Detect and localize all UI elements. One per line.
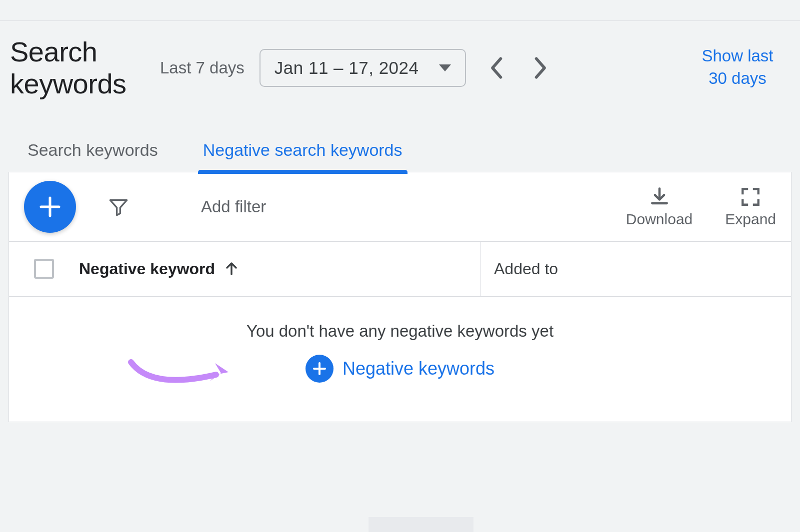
expand-label: Expand — [725, 211, 776, 228]
chevron-right-icon — [534, 56, 548, 80]
select-all-checkbox[interactable] — [34, 259, 54, 279]
add-negative-keywords-button[interactable]: Negative keywords — [306, 355, 494, 383]
table-header-row: Negative keyword Added to — [8, 242, 792, 297]
show-last-30-days-link[interactable]: Show last 30 days — [698, 45, 778, 89]
date-range-picker[interactable]: Jan 11 – 17, 2024 — [260, 49, 466, 87]
expand-button[interactable]: Expand — [725, 185, 776, 228]
filter-icon[interactable] — [108, 197, 128, 217]
empty-state-message: You don't have any negative keywords yet — [246, 322, 554, 341]
column-label: Negative keyword — [79, 260, 215, 278]
add-button[interactable] — [24, 181, 76, 233]
tab-bar: Search keywords Negative search keywords — [0, 131, 800, 172]
date-range-value: Jan 11 – 17, 2024 — [274, 58, 419, 78]
next-period-button[interactable] — [526, 53, 556, 83]
footer-scrollbar-segment — [368, 517, 474, 532]
download-button[interactable]: Download — [626, 185, 692, 228]
chevron-down-icon — [439, 64, 451, 71]
table-empty-state: You don't have any negative keywords yet… — [8, 297, 792, 422]
tab-negative-search-keywords[interactable]: Negative search keywords — [198, 131, 408, 172]
select-all-cell — [9, 259, 79, 279]
plus-circle-icon — [306, 355, 334, 383]
page-header: Search keywords Last 7 days Jan 11 – 17,… — [0, 21, 800, 100]
date-range-label: Last 7 days — [160, 58, 244, 77]
empty-cta-label: Negative keywords — [342, 358, 494, 379]
chevron-left-icon — [489, 56, 503, 80]
previous-period-button[interactable] — [481, 53, 511, 83]
add-filter-button[interactable]: Add filter — [201, 197, 266, 216]
arrow-up-icon — [224, 261, 239, 276]
plus-icon — [37, 194, 63, 220]
expand-icon — [740, 186, 761, 207]
top-divider — [0, 0, 800, 21]
toolbar: Add filter Download Expand — [8, 172, 792, 242]
column-header-negative-keyword[interactable]: Negative keyword — [79, 260, 480, 278]
download-icon — [648, 186, 670, 208]
download-label: Download — [626, 211, 692, 228]
page-title: Search keywords — [10, 36, 135, 100]
column-header-added-to[interactable]: Added to — [481, 260, 791, 278]
tab-search-keywords[interactable]: Search keywords — [28, 131, 178, 172]
